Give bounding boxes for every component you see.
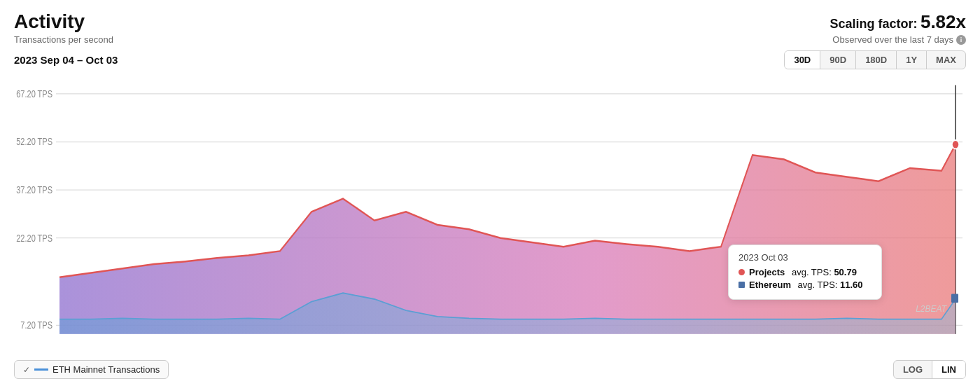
svg-text:7.20 TPS: 7.20 TPS [20, 320, 52, 331]
time-btn-30d[interactable]: 30D [785, 51, 820, 69]
legend-line-icon [34, 368, 48, 371]
scaling-factor-display: Scaling factor: 5.82x [830, 11, 966, 33]
page-title: Activity [14, 11, 113, 33]
time-period-selector: 30D 90D 180D 1Y MAX [784, 50, 966, 69]
main-container: Activity Transactions per second Scaling… [0, 0, 980, 386]
info-icon[interactable]: i [956, 35, 966, 45]
date-range: 2023 Sep 04 – Oct 03 [14, 54, 118, 66]
header-left: Activity Transactions per second [14, 11, 113, 45]
l2beat-watermark: L2BEAT [916, 304, 946, 314]
time-btn-180d[interactable]: 180D [856, 51, 897, 69]
legend-checkmark: ✓ [23, 365, 30, 375]
scaling-label: Scaling factor: [830, 17, 917, 31]
chart-svg: 67.20 TPS 52.20 TPS 37.20 TPS 22.20 TPS … [14, 76, 966, 356]
legend-label: ETH Mainnet Transactions [52, 364, 160, 375]
time-btn-90d[interactable]: 90D [820, 51, 856, 69]
footer-row: ✓ ETH Mainnet Transactions LOG LIN [14, 360, 966, 379]
time-btn-1y[interactable]: 1Y [897, 51, 927, 69]
svg-text:52.20 TPS: 52.20 TPS [16, 137, 52, 147]
log-button[interactable]: LOG [894, 361, 932, 378]
chart-area: 67.20 TPS 52.20 TPS 37.20 TPS 22.20 TPS … [14, 76, 966, 356]
svg-text:37.20 TPS: 37.20 TPS [16, 185, 52, 195]
observed-text-row: Observed over the last 7 days i [830, 34, 966, 45]
page-subtitle: Transactions per second [14, 34, 113, 45]
svg-text:67.20 TPS: 67.20 TPS [16, 89, 52, 99]
log-lin-selector: LOG LIN [893, 360, 966, 379]
header-right: Scaling factor: 5.82x Observed over the … [830, 11, 966, 45]
svg-point-11 [952, 140, 959, 149]
observed-label: Observed over the last 7 days [832, 34, 953, 45]
eth-mainnet-legend[interactable]: ✓ ETH Mainnet Transactions [14, 360, 169, 379]
lin-button[interactable]: LIN [932, 361, 965, 378]
svg-rect-12 [951, 294, 958, 302]
svg-text:22.20 TPS: 22.20 TPS [16, 233, 52, 244]
scaling-value: 5.82x [920, 11, 966, 32]
time-btn-max[interactable]: MAX [927, 51, 965, 69]
header-row: Activity Transactions per second Scaling… [14, 11, 966, 45]
controls-row: 2023 Sep 04 – Oct 03 30D 90D 180D 1Y MAX [14, 50, 966, 69]
